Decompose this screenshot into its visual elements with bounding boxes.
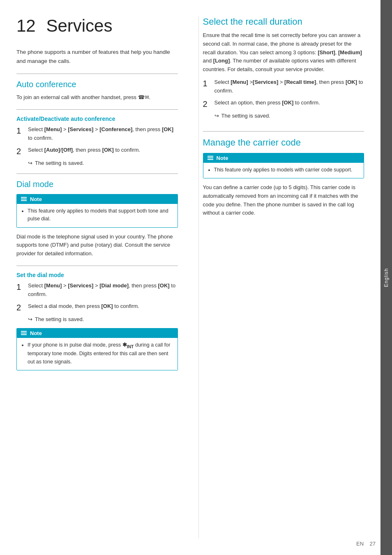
step-text-recall-2: Select an option, then press [OK] to con… (214, 99, 364, 109)
carrier-code-title: Manage the carrier code (203, 137, 364, 148)
result-dial: ↪ The setting is saved. (28, 316, 178, 322)
result-recall: ↪ The setting is saved. (214, 113, 364, 119)
right-column: Select the recall duration Ensure that t… (198, 16, 364, 539)
divider-3 (16, 173, 178, 174)
note-item-1: This feature only applies to models that… (28, 207, 173, 223)
step-2-recall: 2 Select an option, then press [OK] to c… (203, 99, 364, 109)
step-1-recall: 1 Select [Menu] >[Services] > [Recall ti… (203, 78, 364, 95)
side-tab-label: English (383, 268, 389, 287)
step-text-1: Select [Menu] > [Services] > [Conference… (28, 125, 178, 143)
note-body-1: This feature only applies to models that… (17, 204, 178, 227)
note-label-1: Note (30, 196, 42, 202)
note-header-1: Note (17, 194, 178, 204)
note-icon-1 (21, 197, 27, 201)
step-number-2: 2 (16, 146, 24, 157)
recall-duration-body: Ensure that the recall time is set corre… (203, 31, 364, 74)
left-column: 12 Services The phone supports a number … (16, 16, 186, 539)
dial-mode-note-box-2: Note If your phone is in pulse dial mode… (16, 328, 178, 370)
main-content: 12 Services The phone supports a number … (0, 0, 380, 555)
step-number-recall-1: 1 (203, 78, 210, 95)
arrow-icon-dial: ↪ (28, 316, 32, 322)
step-text-recall-1: Select [Menu] >[Services] > [Recall time… (214, 78, 364, 95)
dial-mode-body: Dial mode is the telephone signal used i… (16, 233, 178, 258)
note-icon-carrier (208, 156, 213, 160)
step-text-dial-2: Select a dial mode, then press [OK] to c… (28, 302, 178, 313)
note-body-2: If your phone is in pulse dial mode, pre… (17, 338, 178, 370)
step-number-recall-2: 2 (203, 99, 210, 109)
chapter-number: 12 (16, 16, 36, 35)
step-1-auto-conf: 1 Select [Menu] > [Services] > [Conferen… (16, 125, 178, 143)
set-dial-mode-title: Set the dial mode (16, 272, 178, 278)
dial-mode-note-box: Note This feature only applies to models… (16, 194, 178, 228)
note-item-2: If your phone is in pulse dial mode, pre… (28, 341, 173, 366)
auto-conference-intro: To join an external call with another ha… (16, 93, 178, 102)
page-container: 12 Services The phone supports a number … (0, 0, 392, 555)
carrier-note-box: Note This feature only applies to models… (203, 153, 364, 178)
divider-set-dial (16, 266, 178, 266)
step-number-dial-1: 1 (16, 282, 24, 299)
step-text-dial-1: Select [Menu] > [Services] > [Dial mode]… (28, 282, 178, 299)
step-text-2: Select [Auto]/[Off], then press [OK] to … (28, 146, 178, 157)
divider-1 (16, 74, 178, 74)
step-1-dial: 1 Select [Menu] > [Services] > [Dial mod… (16, 282, 178, 299)
arrow-icon-recall: ↪ (214, 113, 219, 119)
divider-2 (16, 109, 178, 110)
auto-conference-title: Auto conference (16, 80, 178, 89)
note-header-2: Note (17, 328, 178, 338)
note-label-2: Note (30, 330, 42, 336)
recall-duration-title: Select the recall duration (203, 16, 364, 27)
carrier-code-body: You can define a carrier code (up to 5 d… (203, 183, 364, 217)
note-icon-2 (21, 331, 27, 335)
dial-mode-title: Dial mode (16, 180, 178, 189)
note-body-carrier: This feature only applies to models with… (203, 163, 364, 178)
result-auto-conf: ↪ The setting is saved. (28, 160, 178, 166)
press-button-icon: ☎✉ (138, 93, 149, 102)
chapter-intro: The phone supports a number of features … (16, 48, 178, 65)
chapter-title: 12 Services (16, 16, 178, 35)
step-2-auto-conf: 2 Select [Auto]/[Off], then press [OK] t… (16, 146, 178, 157)
note-item-carrier: This feature only applies to models with… (214, 166, 359, 174)
note-header-carrier: Note (203, 153, 364, 163)
step-number-dial-2: 2 (16, 302, 24, 313)
note-label-carrier: Note (217, 155, 228, 161)
divider-carrier (203, 131, 364, 132)
arrow-icon: ↪ (28, 160, 32, 166)
chapter-title-text: Services (46, 16, 112, 35)
step-2-dial: 2 Select a dial mode, then press [OK] to… (16, 302, 178, 313)
footer-lang: EN (356, 541, 364, 547)
side-tab: English (380, 0, 392, 555)
step-number-1: 1 (16, 125, 24, 143)
footer-page: 27 (370, 541, 376, 547)
activate-deactivate-title: Activate/Deactivate auto conference (16, 116, 178, 122)
page-footer: EN 27 (356, 541, 376, 547)
